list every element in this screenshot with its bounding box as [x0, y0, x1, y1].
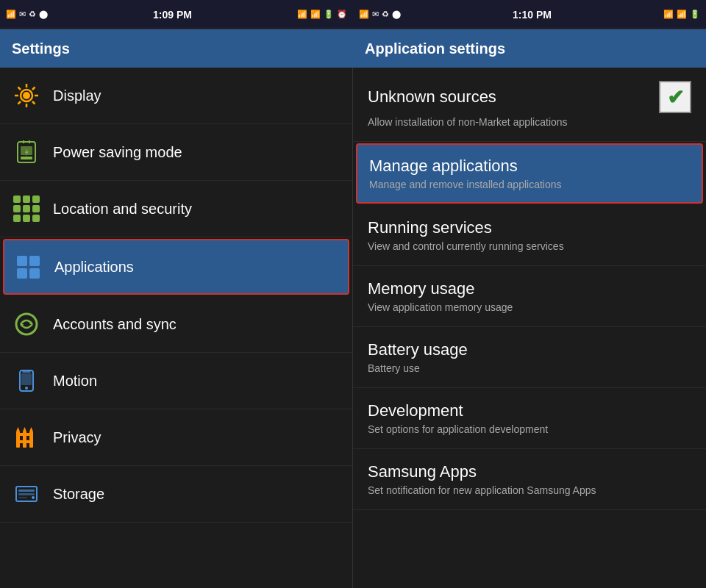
battery-usage-subtitle: Battery use	[368, 362, 691, 374]
samsung-apps-subtitle: Set notification for new application Sam…	[368, 484, 691, 496]
svg-marker-22	[16, 427, 20, 431]
location-label: Location and security	[53, 201, 192, 218]
svg-rect-28	[18, 497, 27, 498]
app-setting-running-services[interactable]: Running services View and control curren…	[353, 205, 706, 266]
samsung-apps-title: Samsung Apps	[368, 462, 477, 481]
sidebar-item-storage[interactable]: Storage	[0, 466, 352, 523]
privacy-icon	[12, 423, 41, 452]
accounts-icon	[12, 309, 41, 339]
svg-point-29	[32, 496, 35, 499]
right-title-bar: Application settings	[353, 29, 706, 68]
checkbox-check-icon: ✔	[667, 85, 684, 110]
sidebar-item-privacy[interactable]: Privacy	[0, 409, 352, 466]
dot-icon-right: ⬤	[392, 10, 401, 19]
svg-marker-23	[23, 427, 26, 431]
status-bars: 📶 ✉ ♻ ⬤ 1:09 PM 📶 📶 🔋 ⏰ 📶 ✉ ♻ ⬤ 1:10 PM …	[0, 0, 706, 29]
main-content: Display Power saving mode	[0, 68, 706, 588]
svg-rect-26	[18, 490, 35, 492]
right-status-icons: 📶 ✉ ♻ ⬤	[359, 10, 401, 19]
sync-icon-right: ♻	[382, 10, 389, 19]
signal-icon-right: 📶	[677, 10, 687, 19]
unknown-sources-checkbox[interactable]: ✔	[659, 81, 691, 113]
location-icon	[12, 194, 41, 223]
app-setting-manage-applications[interactable]: Manage applications Manage and remove in…	[356, 143, 703, 204]
rss-icon-left: 📶	[6, 10, 16, 19]
left-time: 1:09 PM	[153, 9, 192, 21]
accounts-label: Accounts and sync	[53, 316, 176, 333]
right-time: 1:10 PM	[513, 9, 552, 21]
svg-line-8	[18, 101, 21, 104]
left-panel: Display Power saving mode	[0, 68, 353, 588]
manage-applications-title: Manage applications	[369, 157, 518, 175]
app-setting-samsung-apps[interactable]: Samsung Apps Set notification for new ap…	[353, 449, 706, 510]
battery-icon-right: 🔋	[690, 10, 700, 19]
left-status-icons-right: 📶 📶 🔋 ⏰	[297, 10, 347, 19]
app-setting-unknown-sources[interactable]: Unknown sources ✔ Allow installation of …	[353, 68, 706, 142]
signal-icon-left: 📶	[310, 10, 321, 19]
alarm-icon-left: ⏰	[337, 10, 347, 19]
rss-icon-right: 📶	[359, 10, 369, 19]
unknown-sources-row: Unknown sources ✔	[368, 81, 691, 113]
display-icon	[12, 81, 41, 110]
sidebar-item-power[interactable]: Power saving mode	[0, 124, 352, 181]
display-label: Display	[53, 87, 101, 104]
apps-grid-icon	[17, 256, 40, 279]
mail-icon-left: ✉	[19, 10, 26, 19]
sidebar-item-applications[interactable]: Applications	[3, 239, 349, 295]
right-status-bar: 📶 ✉ ♻ ⬤ 1:10 PM 📶 📶 🔋	[353, 0, 706, 29]
svg-line-5	[18, 87, 21, 90]
svg-point-9	[23, 92, 30, 99]
svg-line-6	[32, 101, 35, 104]
left-status-bar: 📶 ✉ ♻ ⬤ 1:09 PM 📶 📶 🔋 ⏰	[0, 0, 353, 29]
left-title-bar: Settings	[0, 29, 353, 68]
app-setting-development[interactable]: Development Set options for application …	[353, 388, 706, 449]
left-status-icons: 📶 ✉ ♻ ⬤	[6, 10, 48, 19]
storage-icon	[12, 479, 41, 509]
development-subtitle: Set options for application development	[368, 423, 691, 435]
mail-icon-right: ✉	[372, 10, 379, 19]
title-bars: Settings Application settings	[0, 29, 706, 68]
app-setting-battery-usage[interactable]: Battery usage Battery use	[353, 327, 706, 388]
location-grid-icon	[13, 196, 40, 222]
right-panel: Unknown sources ✔ Allow installation of …	[353, 68, 706, 588]
power-label: Power saving mode	[53, 144, 182, 161]
svg-rect-27	[18, 493, 35, 495]
dot-icon-left: ⬤	[39, 10, 48, 19]
svg-point-16	[25, 387, 28, 390]
svg-rect-20	[16, 433, 33, 436]
privacy-label: Privacy	[53, 429, 101, 446]
right-title: Application settings	[365, 40, 505, 57]
memory-usage-title: Memory usage	[368, 279, 475, 298]
left-title: Settings	[12, 40, 70, 57]
svg-point-13	[16, 314, 37, 334]
motion-icon	[12, 366, 41, 395]
unknown-sources-subtitle: Allow installation of non-Market applica…	[368, 116, 691, 128]
sync-icon-left: ♻	[29, 10, 36, 19]
applications-icon	[13, 252, 43, 282]
running-services-subtitle: View and control currently running servi…	[368, 240, 691, 252]
manage-applications-subtitle: Manage and remove installed applications	[369, 179, 690, 190]
sidebar-item-display[interactable]: Display	[0, 68, 352, 124]
battery-icon-left: 🔋	[324, 10, 334, 19]
sidebar-item-motion[interactable]: Motion	[0, 353, 352, 409]
storage-label: Storage	[53, 486, 104, 503]
development-title: Development	[368, 401, 463, 420]
app-setting-memory-usage[interactable]: Memory usage View application memory usa…	[353, 266, 706, 327]
applications-label: Applications	[54, 259, 134, 276]
right-status-icons-right: 📶 📶 🔋	[663, 10, 700, 19]
power-icon	[12, 137, 41, 167]
sidebar-item-location[interactable]: Location and security	[0, 181, 352, 237]
svg-line-7	[32, 87, 35, 90]
memory-usage-subtitle: View application memory usage	[368, 301, 691, 313]
sidebar-item-accounts[interactable]: Accounts and sync	[0, 296, 352, 353]
svg-rect-21	[16, 440, 33, 443]
motion-label: Motion	[53, 373, 97, 390]
wifi-icon-right: 📶	[663, 10, 674, 19]
battery-usage-title: Battery usage	[368, 340, 468, 359]
svg-rect-12	[21, 157, 32, 159]
wifi-icon-left: 📶	[297, 10, 307, 19]
svg-rect-15	[21, 373, 32, 385]
running-services-title: Running services	[368, 218, 492, 237]
svg-marker-24	[29, 427, 33, 431]
unknown-sources-title: Unknown sources	[368, 87, 496, 107]
